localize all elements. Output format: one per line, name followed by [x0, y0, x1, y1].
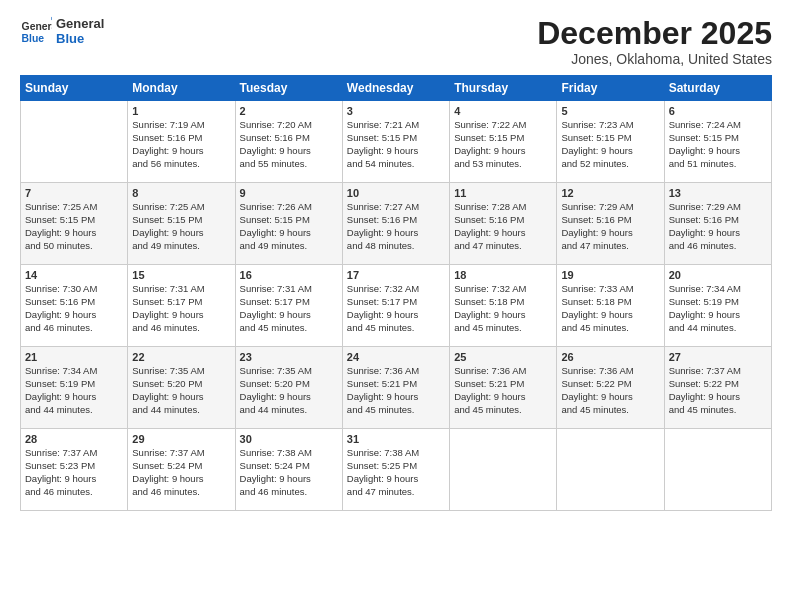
header-day-monday: Monday [128, 76, 235, 101]
cell-line: and 46 minutes. [669, 240, 767, 253]
cell-line: Sunset: 5:16 PM [132, 132, 230, 145]
calendar-cell: 30Sunrise: 7:38 AMSunset: 5:24 PMDayligh… [235, 429, 342, 511]
cell-line: Sunrise: 7:31 AM [132, 283, 230, 296]
header-day-sunday: Sunday [21, 76, 128, 101]
cell-line: Daylight: 9 hours [25, 473, 123, 486]
cell-line: Sunset: 5:19 PM [669, 296, 767, 309]
day-number: 4 [454, 105, 552, 117]
cell-line: Sunrise: 7:32 AM [454, 283, 552, 296]
cell-line: Daylight: 9 hours [669, 145, 767, 158]
cell-line: and 47 minutes. [454, 240, 552, 253]
calendar-week-row: 7Sunrise: 7:25 AMSunset: 5:15 PMDaylight… [21, 183, 772, 265]
cell-line: Daylight: 9 hours [669, 391, 767, 404]
cell-line: Daylight: 9 hours [240, 309, 338, 322]
header-day-tuesday: Tuesday [235, 76, 342, 101]
cell-line: Sunset: 5:19 PM [25, 378, 123, 391]
calendar-cell: 1Sunrise: 7:19 AMSunset: 5:16 PMDaylight… [128, 101, 235, 183]
day-number: 31 [347, 433, 445, 445]
cell-line: Daylight: 9 hours [240, 145, 338, 158]
cell-line: Sunrise: 7:36 AM [347, 365, 445, 378]
cell-line: Daylight: 9 hours [132, 473, 230, 486]
cell-line: Sunrise: 7:37 AM [25, 447, 123, 460]
cell-line: and 44 minutes. [240, 404, 338, 417]
cell-line: and 47 minutes. [347, 486, 445, 499]
logo-general: General [56, 17, 104, 32]
calendar-cell: 25Sunrise: 7:36 AMSunset: 5:21 PMDayligh… [450, 347, 557, 429]
cell-line: Sunset: 5:21 PM [347, 378, 445, 391]
cell-line: and 46 minutes. [25, 322, 123, 335]
cell-line: Sunrise: 7:37 AM [669, 365, 767, 378]
cell-line: Sunrise: 7:35 AM [240, 365, 338, 378]
day-number: 21 [25, 351, 123, 363]
cell-line: Sunset: 5:21 PM [454, 378, 552, 391]
cell-line: Sunrise: 7:20 AM [240, 119, 338, 132]
title-block: December 2025 Jones, Oklahoma, United St… [537, 16, 772, 67]
cell-line: Daylight: 9 hours [347, 227, 445, 240]
cell-line: Sunrise: 7:23 AM [561, 119, 659, 132]
calendar-cell: 18Sunrise: 7:32 AMSunset: 5:18 PMDayligh… [450, 265, 557, 347]
cell-line: Sunrise: 7:25 AM [132, 201, 230, 214]
cell-line: Daylight: 9 hours [669, 227, 767, 240]
cell-line: and 46 minutes. [132, 486, 230, 499]
cell-line: and 45 minutes. [454, 322, 552, 335]
cell-line: Sunset: 5:15 PM [347, 132, 445, 145]
cell-line: Daylight: 9 hours [240, 227, 338, 240]
cell-line: Sunset: 5:16 PM [347, 214, 445, 227]
day-number: 13 [669, 187, 767, 199]
calendar-week-row: 1Sunrise: 7:19 AMSunset: 5:16 PMDaylight… [21, 101, 772, 183]
cell-line: and 51 minutes. [669, 158, 767, 171]
cell-line: Daylight: 9 hours [347, 145, 445, 158]
cell-line: Sunrise: 7:36 AM [561, 365, 659, 378]
cell-line: and 45 minutes. [347, 404, 445, 417]
cell-line: Sunset: 5:24 PM [132, 460, 230, 473]
month-title: December 2025 [537, 16, 772, 51]
cell-line: Sunset: 5:15 PM [561, 132, 659, 145]
calendar-cell: 14Sunrise: 7:30 AMSunset: 5:16 PMDayligh… [21, 265, 128, 347]
calendar-cell: 31Sunrise: 7:38 AMSunset: 5:25 PMDayligh… [342, 429, 449, 511]
calendar-cell: 24Sunrise: 7:36 AMSunset: 5:21 PMDayligh… [342, 347, 449, 429]
cell-line: Sunrise: 7:36 AM [454, 365, 552, 378]
day-number: 29 [132, 433, 230, 445]
calendar-cell: 3Sunrise: 7:21 AMSunset: 5:15 PMDaylight… [342, 101, 449, 183]
calendar-cell: 15Sunrise: 7:31 AMSunset: 5:17 PMDayligh… [128, 265, 235, 347]
cell-line: Daylight: 9 hours [561, 391, 659, 404]
cell-line: and 45 minutes. [347, 322, 445, 335]
cell-line: Daylight: 9 hours [132, 227, 230, 240]
calendar-cell: 10Sunrise: 7:27 AMSunset: 5:16 PMDayligh… [342, 183, 449, 265]
cell-line: Sunrise: 7:33 AM [561, 283, 659, 296]
cell-line: Sunrise: 7:19 AM [132, 119, 230, 132]
cell-line: Sunrise: 7:35 AM [132, 365, 230, 378]
cell-line: Sunset: 5:16 PM [454, 214, 552, 227]
day-number: 30 [240, 433, 338, 445]
cell-line: and 49 minutes. [240, 240, 338, 253]
calendar-cell: 7Sunrise: 7:25 AMSunset: 5:15 PMDaylight… [21, 183, 128, 265]
day-number: 7 [25, 187, 123, 199]
cell-line: Sunrise: 7:25 AM [25, 201, 123, 214]
cell-line: Sunrise: 7:29 AM [669, 201, 767, 214]
logo-blue: Blue [56, 32, 104, 47]
calendar-cell: 29Sunrise: 7:37 AMSunset: 5:24 PMDayligh… [128, 429, 235, 511]
cell-line: Sunrise: 7:32 AM [347, 283, 445, 296]
calendar-cell [664, 429, 771, 511]
cell-line: Sunrise: 7:22 AM [454, 119, 552, 132]
day-number: 27 [669, 351, 767, 363]
cell-line: Daylight: 9 hours [25, 391, 123, 404]
cell-line: and 45 minutes. [240, 322, 338, 335]
cell-line: Sunset: 5:23 PM [25, 460, 123, 473]
header-day-friday: Friday [557, 76, 664, 101]
calendar-cell: 4Sunrise: 7:22 AMSunset: 5:15 PMDaylight… [450, 101, 557, 183]
cell-line: Sunset: 5:18 PM [561, 296, 659, 309]
location-subtitle: Jones, Oklahoma, United States [537, 51, 772, 67]
cell-line: Sunset: 5:15 PM [669, 132, 767, 145]
cell-line: Daylight: 9 hours [347, 309, 445, 322]
day-number: 1 [132, 105, 230, 117]
cell-line: Sunset: 5:17 PM [347, 296, 445, 309]
day-number: 26 [561, 351, 659, 363]
cell-line: and 56 minutes. [132, 158, 230, 171]
cell-line: and 44 minutes. [132, 404, 230, 417]
calendar-table: SundayMondayTuesdayWednesdayThursdayFrid… [20, 75, 772, 511]
day-number: 20 [669, 269, 767, 281]
cell-line: Daylight: 9 hours [454, 309, 552, 322]
day-number: 15 [132, 269, 230, 281]
cell-line: Sunset: 5:16 PM [561, 214, 659, 227]
